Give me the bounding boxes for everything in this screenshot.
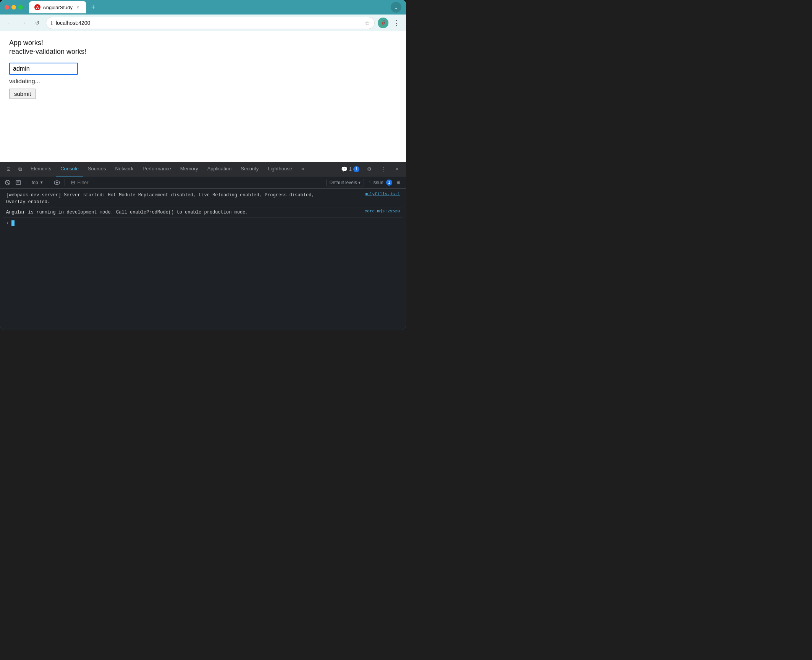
profile-chevron-button[interactable]: ⌄ — [391, 2, 401, 13]
validating-text: validating... — [9, 78, 397, 85]
devtools-settings-button[interactable]: ⚙ — [364, 164, 375, 175]
context-arrow: ▼ — [40, 180, 44, 184]
page-content: App works! reactive-validation works! va… — [0, 31, 406, 162]
devtools-tabbar: ⊡ ⧉ Elements Console Sources Network Per… — [0, 162, 406, 176]
console-toolbar: top ▼ ⊟ Default levels ▾ 1 Issue: 1 — [0, 176, 406, 189]
maximize-traffic-light[interactable] — [18, 5, 23, 10]
traffic-lights — [5, 5, 23, 10]
devtools-more-button[interactable]: ⋮ — [378, 164, 388, 175]
context-selector[interactable]: top ▼ — [29, 179, 46, 186]
submit-button[interactable]: submit — [9, 89, 36, 99]
devtools-device-button[interactable]: ⧉ — [15, 164, 25, 175]
tab-console[interactable]: Console — [56, 162, 83, 176]
tab-memory[interactable]: Memory — [176, 162, 203, 176]
window-controls-right: ⌄ — [391, 2, 401, 13]
issues-badge[interactable]: 💬 1 1 — [339, 165, 362, 173]
issues-count: 1 — [349, 167, 352, 172]
filter-area: ⊟ — [71, 180, 322, 185]
filter-icon: ⊟ — [71, 180, 75, 185]
bookmark-icon[interactable]: ☆ — [364, 19, 370, 27]
active-tab[interactable]: A AngularStudy × — [29, 1, 86, 13]
more-options-button[interactable]: ⋮ — [391, 18, 401, 28]
log-source-angular[interactable]: core.mjs:25520 — [365, 209, 400, 214]
clear-console-button[interactable] — [3, 178, 12, 187]
tab-performance[interactable]: Performance — [138, 162, 175, 176]
toolbar-divider-3 — [65, 179, 65, 186]
extension-icon[interactable]: 🦸 — [378, 18, 388, 28]
close-traffic-light[interactable] — [5, 5, 9, 10]
log-item-angular: Angular is running in development mode. … — [3, 207, 403, 218]
url-actions: ☆ — [364, 19, 370, 27]
filter-input[interactable] — [78, 180, 322, 185]
default-levels-dropdown[interactable]: Default levels ▾ — [326, 179, 364, 186]
devtools-panel: ⊡ ⧉ Elements Console Sources Network Per… — [0, 162, 406, 330]
tab-sources[interactable]: Sources — [83, 162, 111, 176]
url-bar[interactable]: ℹ localhost:4200 ☆ — [46, 17, 375, 29]
issues-toolbar-count: 1 — [386, 180, 392, 186]
issues-toolbar-label: 1 Issue: — [369, 180, 385, 185]
title-bar: A AngularStudy × + ⌄ — [0, 0, 406, 15]
toolbar-divider-2 — [49, 179, 49, 186]
devtools-right-controls: 💬 1 1 ⚙ ⋮ × — [339, 164, 403, 175]
tab-elements[interactable]: Elements — [26, 162, 56, 176]
eye-button[interactable] — [52, 178, 61, 187]
tab-application[interactable]: Application — [203, 162, 236, 176]
log-source-webpack[interactable]: polyfills.js:1 — [365, 192, 400, 196]
issues-toolbar-area: 1 Issue: 1 ⚙ — [369, 178, 403, 187]
refresh-button[interactable]: ↺ — [32, 18, 43, 28]
back-button[interactable]: ← — [5, 18, 15, 28]
tab-network[interactable]: Network — [111, 162, 138, 176]
url-text: localhost:4200 — [56, 20, 90, 26]
browser-actions: 🦸 ⋮ — [378, 18, 401, 28]
console-prompt[interactable]: › — [3, 218, 403, 228]
tab-favicon: A — [34, 4, 40, 10]
log-message-webpack: [webpack-dev-server] Server started: Hot… — [6, 192, 362, 205]
forward-button[interactable]: → — [18, 18, 29, 28]
tab-close-button[interactable]: × — [75, 4, 81, 10]
reactive-heading: reactive-validation works! — [9, 48, 397, 56]
tab-title: AngularStudy — [43, 5, 73, 10]
console-settings-button[interactable]: ⚙ — [394, 178, 403, 187]
app-heading: App works! — [9, 39, 397, 47]
tab-lighthouse[interactable]: Lighthouse — [263, 162, 297, 176]
svg-point-6 — [56, 181, 58, 183]
console-second-btn[interactable] — [14, 178, 23, 187]
toolbar-divider — [26, 179, 26, 186]
tab-security[interactable]: Security — [236, 162, 263, 176]
security-icon: ℹ — [51, 20, 53, 26]
tab-more[interactable]: » — [297, 162, 309, 176]
devtools-inspect-button[interactable]: ⊡ — [3, 164, 14, 175]
devtools-close-button[interactable]: × — [391, 164, 402, 175]
address-bar: ← → ↺ ℹ localhost:4200 ☆ 🦸 ⋮ — [0, 15, 406, 31]
log-item-webpack: [webpack-dev-server] Server started: Hot… — [3, 190, 403, 207]
default-levels-label: Default levels ▾ — [330, 180, 361, 185]
context-label: top — [32, 180, 38, 185]
admin-input[interactable] — [9, 63, 78, 75]
prompt-cursor — [11, 220, 15, 226]
chat-icon: 💬 — [341, 166, 348, 172]
minimize-traffic-light[interactable] — [11, 5, 16, 10]
svg-line-1 — [6, 181, 9, 184]
browser-window: A AngularStudy × + ⌄ ← → ↺ ℹ localhost:4… — [0, 0, 406, 330]
console-output: [webpack-dev-server] Server started: Hot… — [0, 189, 406, 330]
prompt-arrow-icon: › — [6, 220, 9, 226]
new-tab-button[interactable]: + — [88, 2, 99, 13]
log-message-angular: Angular is running in development mode. … — [6, 209, 362, 216]
issues-badge-count: 1 — [353, 166, 359, 172]
tab-bar: A AngularStudy × + — [29, 1, 388, 13]
